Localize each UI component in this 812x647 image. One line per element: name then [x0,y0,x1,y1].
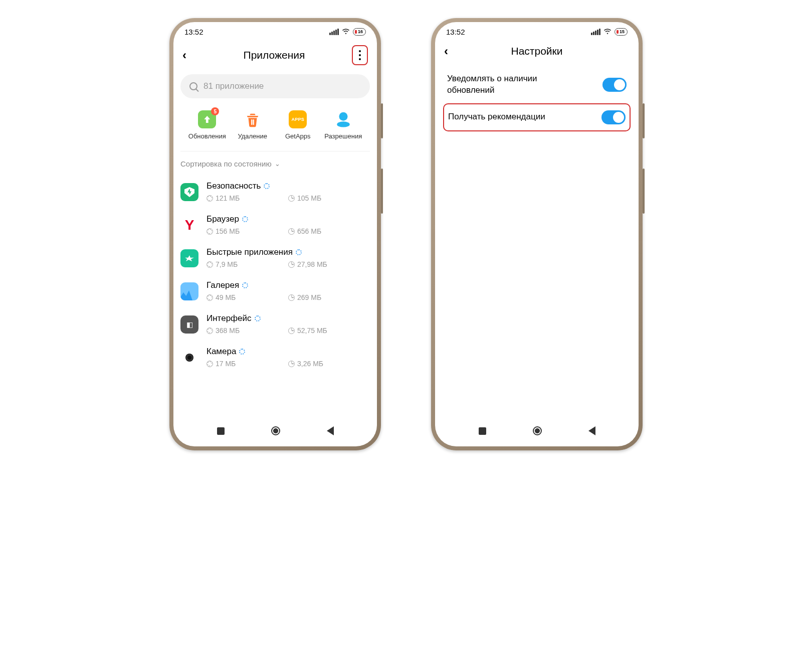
app-row[interactable]: Безопасность 121 МБ 105 МБ [180,175,370,208]
wifi-icon [342,28,350,36]
nav-back[interactable] [327,426,334,435]
clock: 13:52 [446,28,465,36]
quick-permissions[interactable]: Разрешения [321,110,366,140]
quick-label: Обновления [188,132,226,140]
app-name: Интерфейс [207,313,252,324]
app-storage: 368 МБ [216,327,240,335]
app-row[interactable]: Галерея 49 МБ 269 МБ [180,274,370,307]
app-storage: 121 МБ [216,194,240,202]
quick-uninstall[interactable]: Удаление [230,110,276,140]
search-field[interactable]: 81 приложение [180,74,370,98]
back-button[interactable]: ‹ [444,45,458,57]
nav-bar [173,420,377,446]
app-storage: 49 МБ [216,293,236,301]
svg-point-2 [339,112,347,121]
setting-label: Уведомлять о наличии обновлений [447,73,572,96]
storage-icon [207,228,213,235]
time-icon [288,328,295,334]
app-time: 52,75 МБ [297,327,327,335]
status-bar: 13:52 15 [435,22,639,41]
app-icon-interface: ◧ [180,315,198,334]
app-storage: 156 МБ [216,227,240,235]
phone-frame-left: 13:52 16 ‹ Приложения 81 приложение 5 [169,18,381,450]
getapps-icon: APPS [289,110,307,128]
app-header: ‹ Настройки [435,41,639,64]
setting-label: Получать рекомендации [448,111,545,123]
app-icon-security [180,183,198,201]
page-title: Настройки [458,45,616,57]
nav-back[interactable] [588,426,595,435]
app-name: Камера [207,347,236,357]
svg-point-3 [337,121,350,127]
time-icon [288,361,295,367]
search-icon [189,82,197,90]
loading-icon [242,216,248,222]
page-title: Приложения [196,49,352,61]
svg-rect-1 [253,119,254,125]
nav-bar [435,420,639,446]
app-name: Галерея [207,280,239,290]
loading-icon [264,183,270,189]
quick-getapps[interactable]: APPS GetApps [275,110,321,140]
status-right: 16 [329,28,366,36]
app-icon-camera [180,349,198,367]
signal-icon [329,29,339,35]
quick-actions: 5 Обновления Удаление APPS GetApps Разре… [180,105,370,151]
nav-home[interactable] [271,426,280,435]
app-icon-browser: Y [180,216,198,234]
quick-updates[interactable]: 5 Обновления [184,110,230,140]
sort-label: Сортировка по состоянию [180,159,272,168]
app-time: 3,26 МБ [297,360,323,368]
nav-recent[interactable] [217,427,225,435]
time-icon [288,195,295,202]
storage-icon [207,328,213,334]
storage-icon [207,294,213,301]
overflow-menu-button[interactable] [352,45,368,65]
trash-icon [244,110,262,128]
quick-label: Удаление [238,132,267,140]
sort-dropdown[interactable]: Сортировка по состоянию ⌄ [173,151,377,172]
app-list: Безопасность 121 МБ 105 МБ Y Браузер 156… [173,172,377,374]
time-icon [288,228,295,235]
time-icon [288,261,295,268]
screen-left: 13:52 16 ‹ Приложения 81 приложение 5 [173,22,377,446]
app-row[interactable]: ◧ Интерфейс 368 МБ 52,75 МБ [180,307,370,341]
storage-icon [207,361,213,367]
app-icon-quickapps [180,249,198,267]
app-name: Быстрые приложения [207,247,293,257]
app-storage: 7,9 МБ [216,260,238,268]
loading-icon [242,282,248,288]
setting-row-recommendations[interactable]: Получать рекомендации [443,103,631,131]
signal-icon [591,29,600,35]
app-time: 269 МБ [297,293,321,301]
battery-icon: 15 [615,28,628,36]
app-row[interactable]: Y Браузер 156 МБ 656 МБ [180,208,370,241]
app-row[interactable]: Камера 17 МБ 3,26 МБ [180,341,370,374]
phone-frame-right: 13:52 15 ‹ Настройки Уведомлять о наличи… [431,18,643,450]
app-row[interactable]: Быстрые приложения 7,9 МБ 27,98 МБ [180,241,370,274]
quick-label: Разрешения [324,132,362,140]
toggle-switch[interactable] [601,110,626,124]
quick-label: GetApps [285,132,311,140]
updates-icon: 5 [198,110,216,128]
app-time: 27,98 МБ [297,260,327,268]
updates-badge: 5 [211,107,219,115]
status-right: 15 [591,28,628,36]
battery-icon: 16 [353,28,366,36]
app-time: 656 МБ [297,227,321,235]
clock: 13:52 [184,28,204,36]
wifi-icon [603,28,612,36]
loading-icon [239,349,245,355]
toggle-switch[interactable] [602,78,627,92]
screen-right: 13:52 15 ‹ Настройки Уведомлять о наличи… [435,22,639,446]
back-button[interactable]: ‹ [182,49,196,61]
time-icon [288,294,295,301]
setting-row-notifications[interactable]: Уведомлять о наличии обновлений [443,66,631,103]
app-storage: 17 МБ [216,360,236,368]
search-placeholder: 81 приложение [204,81,264,91]
settings-list: Уведомлять о наличии обновлений Получать… [435,64,639,133]
nav-home[interactable] [533,426,542,435]
loading-icon [255,315,261,321]
nav-recent[interactable] [479,427,486,435]
app-header: ‹ Приложения [173,41,377,72]
